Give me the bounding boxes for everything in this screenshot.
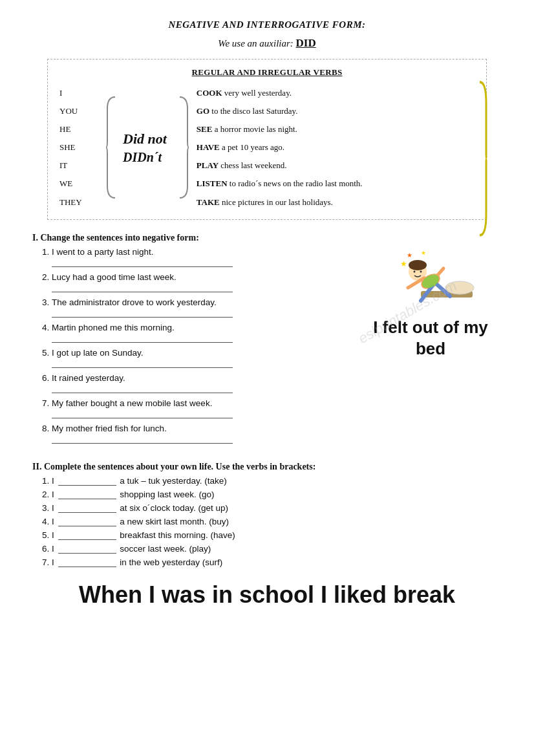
fell-illustration-icon: ★ ★ ★ [382, 239, 479, 310]
right-curly-brace-icon [178, 96, 190, 199]
exercise-text: Martin phoned me this morning. [52, 323, 175, 332]
list-item: I in the web yesterday (surf) [52, 557, 502, 567]
verb-item-3: SEE a horror movie las night. [197, 120, 475, 138]
page-title: NEGATIVE AND INTERROGATIVE FORM: [32, 19, 502, 30]
verb-item-5: PLAY chess last weekend. [197, 157, 475, 175]
did-not-text: Did not [123, 130, 167, 149]
did-word: DID [296, 37, 316, 49]
pronoun-we: WE [59, 175, 94, 193]
list-item: I got up late on Sunday. [52, 348, 359, 368]
verb-item-1: COOK very well yesterday. [197, 84, 475, 102]
blank-1[interactable] [58, 477, 116, 486]
answer-line-6[interactable] [52, 384, 233, 393]
answer-line-4[interactable] [52, 334, 233, 343]
blank-3[interactable] [58, 504, 116, 513]
verbs-column: COOK very well yesterday. GO to the disc… [197, 84, 475, 211]
grammar-box-title: REGULAR AND IRREGULAR VERBS [59, 67, 475, 78]
bottom-text: When I was in school I liked break [32, 580, 502, 610]
pronoun-they: THEY [59, 193, 94, 211]
list-item: I breakfast this morning. (have) [52, 530, 502, 540]
blank-5[interactable] [58, 531, 116, 540]
exercise-text: The administrator drove to work yesterda… [52, 297, 217, 307]
list-item: I went to a party last night. [52, 247, 359, 267]
pronouns-column: I YOU HE SHE IT WE THEY [59, 84, 98, 211]
svg-text:★: ★ [407, 252, 412, 259]
answer-line-8[interactable] [52, 435, 233, 444]
blank-7[interactable] [58, 558, 116, 567]
pronoun-i: I [59, 84, 94, 102]
list-item: The administrator drove to work yesterda… [52, 297, 359, 318]
right-panel: ★ ★ ★ I felt out of my bed [359, 233, 502, 361]
svg-point-6 [420, 270, 422, 272]
answer-line-2[interactable] [52, 283, 233, 292]
exercise-text: I got up late on Sunday. [52, 348, 144, 358]
content-row: I. Change the sentences into negative fo… [32, 233, 502, 453]
blank-2[interactable] [58, 490, 116, 499]
section-ii-title: II. Complete the sentences about your ow… [32, 462, 502, 472]
auxiliary-line: We use an auxiliar: DID [32, 37, 502, 50]
fell-text: I felt out of my bed [359, 317, 502, 361]
svg-point-5 [414, 270, 416, 272]
section-i: I. Change the sentences into negative fo… [32, 233, 359, 444]
bracket-column [98, 84, 123, 211]
exercise-text: I went to a party last night. [52, 247, 154, 257]
verb-item-7: TAKE nice pictures in our last holidays. [197, 193, 475, 211]
pronoun-it: IT [59, 157, 94, 175]
svg-point-1 [445, 281, 474, 294]
yellow-bracket-icon [478, 79, 487, 239]
verb-item-4: HAVE a pet 10 years ago. [197, 138, 475, 157]
blank-6[interactable] [58, 545, 116, 554]
answer-line-1[interactable] [52, 258, 233, 267]
left-curly-brace-icon [105, 96, 116, 199]
blank-4[interactable] [58, 517, 116, 526]
list-item: My father bought a new mobile last week. [52, 398, 359, 418]
list-item: Lucy had a good time last week. [52, 272, 359, 292]
bracket-right-column [172, 84, 197, 211]
didnt-text: DIDn´t [123, 149, 162, 166]
section-i-title: I. Change the sentences into negative fo… [32, 233, 359, 243]
exercise-list-ii: I a tuk – tuk yesterday. (take) I shoppi… [32, 476, 502, 567]
pronoun-he: HE [59, 120, 94, 138]
list-item: It rained yesterday. [52, 373, 359, 393]
list-item: I soccer last week. (play) [52, 544, 502, 554]
list-item: I at six o´clock today. (get up) [52, 503, 502, 513]
svg-point-4 [409, 260, 427, 270]
verb-item-6: LISTEN to radio´s news on the radio last… [197, 175, 475, 193]
pronoun-you: YOU [59, 102, 94, 120]
exercises-left: I. Change the sentences into negative fo… [32, 233, 359, 453]
list-item: My mother fried fish for lunch. [52, 424, 359, 444]
exercise-text: Lucy had a good time last week. [52, 272, 176, 282]
auxiliary-text: We use an auxiliar: [218, 38, 294, 49]
pronoun-she: SHE [59, 138, 94, 157]
grammar-table: I YOU HE SHE IT WE THEY Did not DIDn´t [59, 84, 475, 211]
answer-line-3[interactable] [52, 308, 233, 318]
list-item: I a tuk – tuk yesterday. (take) [52, 476, 502, 486]
list-item: Martin phoned me this morning. [52, 323, 359, 343]
negation-column: Did not DIDn´t [123, 84, 172, 211]
verb-item-2: GO to the disco last Saturday. [197, 102, 475, 120]
svg-text:★: ★ [421, 250, 426, 256]
exercise-text: My mother fried fish for lunch. [52, 424, 167, 433]
grammar-box: REGULAR AND IRREGULAR VERBS I YOU HE SHE… [47, 59, 487, 220]
list-item: I a new skirt last month. (buy) [52, 517, 502, 526]
answer-line-5[interactable] [52, 359, 233, 368]
list-item: I shopping last week. (go) [52, 490, 502, 499]
answer-line-7[interactable] [52, 409, 233, 418]
exercise-text: My father bought a new mobile last week. [52, 398, 212, 408]
section-ii: II. Complete the sentences about your ow… [32, 462, 502, 567]
exercise-text: It rained yesterday. [52, 373, 125, 383]
exercise-list-i: I went to a party last night. Lucy had a… [32, 247, 359, 444]
svg-text:★: ★ [400, 259, 407, 268]
